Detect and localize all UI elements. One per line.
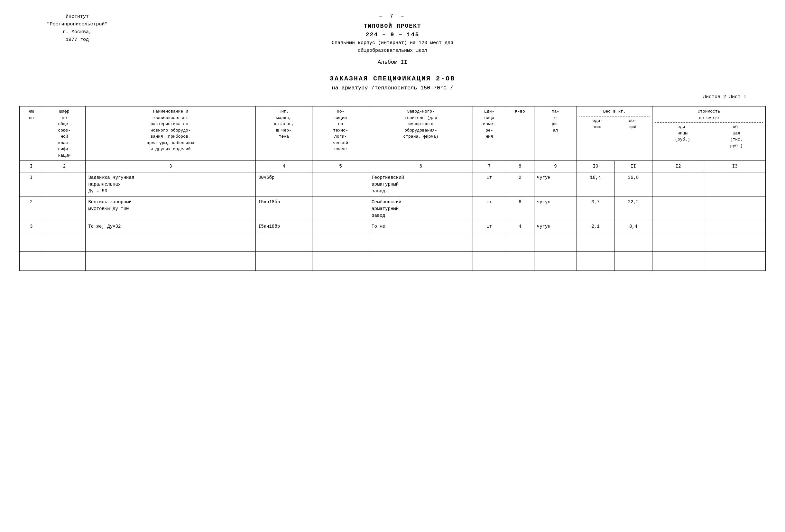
row3-cost-unit <box>652 221 704 232</box>
table-row-empty2 <box>20 252 766 271</box>
header-section: Институт "Росгипронисельстрой" г. Москва… <box>19 13 766 65</box>
row1-weight-total: 36,8 <box>614 172 652 197</box>
project-subtitle2: общеобразовательных школ <box>135 47 650 55</box>
row2-weight-unit: 3,7 <box>577 197 614 221</box>
row1-cost-total <box>704 172 766 197</box>
row1-mat: чугун <box>534 172 577 197</box>
row1-unit: шт <box>473 172 506 197</box>
col-header-factory: Завод-изго-товитель (дляимпортногооборуд… <box>369 106 473 161</box>
col-header-cipher: Шифрпообще-союз-нойклас-сифи-кации <box>43 106 85 161</box>
row3-num: 3 <box>20 221 43 232</box>
row2-cost-total <box>704 197 766 221</box>
row3-type: I5кч18бр <box>255 221 312 232</box>
row2-cipher <box>43 197 85 221</box>
table-number-row: I 2 3 4 5 6 7 8 9 IO II I2 I3 <box>20 161 766 172</box>
project-number: 224 – 9 – 145 <box>135 30 650 39</box>
row3-name: То же, Ду=32 <box>85 221 255 232</box>
row1-cost-unit <box>652 172 704 197</box>
row3-mat: чугун <box>534 221 577 232</box>
institute-line3: г. Москва, <box>32 28 122 36</box>
page-number: – 7 – <box>135 13 650 19</box>
col-header-qty: К-во <box>506 106 534 161</box>
main-table: №№пп Шифрпообще-союз-нойклас-сифи-кации … <box>19 106 766 271</box>
row2-factory: Семёновскийарматурныйзавод <box>369 197 473 221</box>
institute-line4: 1977 год <box>32 36 122 44</box>
table-row: 3 То же, Ду=32 I5кч18бр То же шт 4 чугун… <box>20 221 766 232</box>
institute-line2: "Росгипронисельстрой" <box>32 21 122 28</box>
row2-mat: чугун <box>534 197 577 221</box>
row1-type: 30ч6бр <box>255 172 312 197</box>
project-subtitle1: Спальный корпус (интернат) на 120 мест д… <box>135 39 650 47</box>
row3-cost-total <box>704 221 766 232</box>
col-header-type: Тип,марка,каталог,№ чер-тежа <box>255 106 312 161</box>
row3-weight-total: 8,4 <box>614 221 652 232</box>
col-header-num: №№пп <box>20 106 43 161</box>
row3-qty: 4 <box>506 221 534 232</box>
row2-name: Вентиль запорныймуфтовый Ду =40 <box>85 197 255 221</box>
spec-subtitle: на арматуру /теплоноситель 150–70°С / <box>19 85 766 91</box>
table-row: 2 Вентиль запорныймуфтовый Ду =40 I5кч18… <box>20 197 766 221</box>
col-header-weight: Вес в кг. еди-ниц об-щий <box>577 106 652 161</box>
row3-pos <box>312 221 369 232</box>
row2-num: 2 <box>20 197 43 221</box>
title-block: ТИПОВОЙ ПРОЕКТ 224 – 9 – 145 Спальный ко… <box>135 22 650 65</box>
spec-title: ЗАКАЗНАЯ СПЕЦИФИКАЦИЯ 2-ОВ <box>19 75 766 82</box>
row2-pos <box>312 197 369 221</box>
row1-qty: 2 <box>506 172 534 197</box>
row3-cipher <box>43 221 85 232</box>
row2-qty: 6 <box>506 197 534 221</box>
album-line: Альбом II <box>135 59 650 65</box>
table-row-empty <box>20 232 766 252</box>
row3-factory: То же <box>369 221 473 232</box>
row2-weight-total: 22,2 <box>614 197 652 221</box>
sheet-info: Листов 2 Лист I <box>19 94 746 100</box>
page-container: Институт "Росгипронисельстрой" г. Москва… <box>19 13 766 271</box>
row1-num: I <box>20 172 43 197</box>
col-header-unit: Еди-ницаизме-ре-ния <box>473 106 506 161</box>
col-header-mat: Ма-те-ри-ал <box>534 106 577 161</box>
spec-title-section: ЗАКАЗНАЯ СПЕЦИФИКАЦИЯ 2-ОВ на арматуру /… <box>19 75 766 91</box>
row1-factory: Георгиевскийарматурныйзавод. <box>369 172 473 197</box>
col-header-cost: Стоимостьпо смете еди-ницы(руб.) об-щая(… <box>652 106 765 161</box>
institute-line1: Институт <box>32 13 122 21</box>
row3-weight-unit: 2,1 <box>577 221 614 232</box>
row2-cost-unit <box>652 197 704 221</box>
col-header-name: Наименование итехническая ха-рактеристик… <box>85 106 255 161</box>
row2-type: I5кч18бр <box>255 197 312 221</box>
col-header-pos: По-зициипотехно-логи-ческойсхеме <box>312 106 369 161</box>
row2-unit: шт <box>473 197 506 221</box>
table-row: I Задвижка чугуннаяпараллельнаяДу = 50 3… <box>20 172 766 197</box>
header-center: – 7 – ТИПОВОЙ ПРОЕКТ 224 – 9 – 145 Спаль… <box>122 13 663 65</box>
row1-cipher <box>43 172 85 197</box>
project-title: ТИПОВОЙ ПРОЕКТ <box>135 22 650 30</box>
row1-weight-unit: 18,4 <box>577 172 614 197</box>
header-left: Институт "Росгипронисельстрой" г. Москва… <box>32 13 122 44</box>
row1-pos <box>312 172 369 197</box>
row3-unit: шт <box>473 221 506 232</box>
row1-name: Задвижка чугуннаяпараллельнаяДу = 50 <box>85 172 255 197</box>
table-header-row: №№пп Шифрпообще-союз-нойклас-сифи-кации … <box>20 106 766 161</box>
